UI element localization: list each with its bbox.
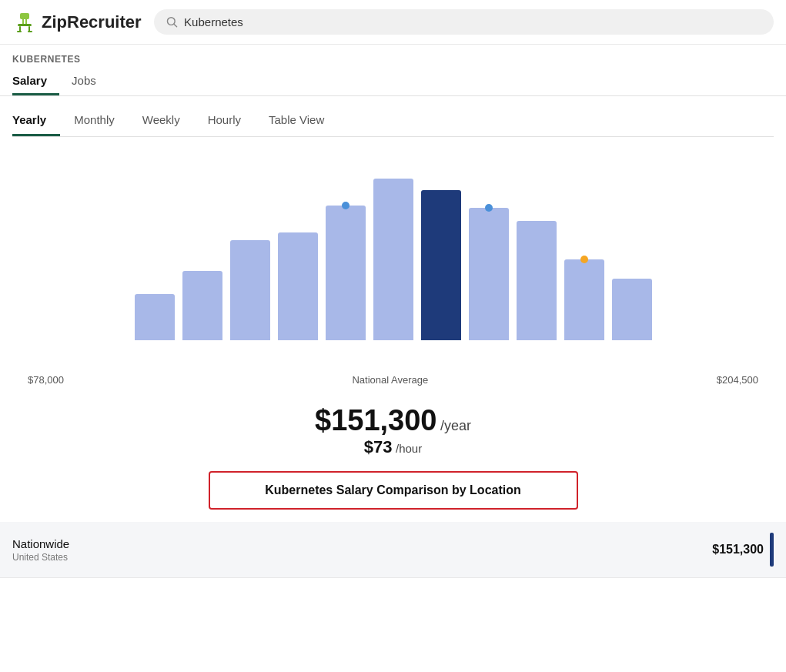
svg-line-9 — [174, 24, 176, 26]
bar-6 — [421, 190, 461, 340]
location-name: Nationwide — [12, 537, 712, 550]
bar-wrap-2 — [230, 240, 270, 340]
chart-national-label: National Average — [352, 374, 428, 386]
main-tab-jobs[interactable]: Jobs — [72, 68, 109, 95]
bar-9 — [564, 259, 604, 340]
svg-rect-2 — [25, 19, 27, 24]
svg-rect-6 — [17, 31, 22, 32]
bar-wrap-10 — [612, 279, 652, 340]
sub-tab-hourly[interactable]: Hourly — [194, 107, 255, 136]
salary-hourly: $73 — [364, 437, 393, 456]
chart-min-label: $78,000 — [28, 374, 64, 386]
bar-8 — [517, 221, 557, 340]
search-bar[interactable] — [154, 9, 774, 35]
location-info: Nationwide United States — [12, 537, 712, 563]
chart-area: $78,000 National Average $204,500 — [0, 137, 786, 392]
logo-icon — [12, 10, 37, 35]
sub-tab-yearly[interactable]: Yearly — [12, 107, 60, 136]
bar-wrap-0 — [135, 294, 175, 340]
bar-3 — [278, 232, 318, 340]
main-tabs: Salary Jobs — [0, 68, 786, 96]
bar-wrap-5 — [373, 179, 413, 340]
sub-tab-weekly[interactable]: Weekly — [129, 107, 194, 136]
location-bar-indicator — [770, 533, 774, 567]
bar-wrap-1 — [182, 271, 222, 340]
dot-7 — [485, 204, 493, 212]
location-row[interactable]: Nationwide United States $151,300 — [0, 522, 786, 578]
salary-main: $151,300 — [315, 404, 437, 436]
bar-0 — [135, 294, 175, 340]
header: ZipRecruiter — [0, 0, 786, 45]
comparison-button[interactable]: Kubernetes Salary Comparison by Location — [209, 471, 578, 510]
chart-container — [12, 155, 774, 371]
svg-rect-3 — [18, 24, 32, 26]
bar-1 — [182, 271, 222, 340]
svg-rect-1 — [22, 19, 24, 24]
breadcrumb: KUBERNETES — [0, 45, 786, 65]
comparison-btn-wrap: Kubernetes Salary Comparison by Location — [0, 471, 786, 510]
location-salary: $151,300 — [712, 543, 764, 557]
logo-text: ZipRecruiter — [42, 12, 142, 32]
salary-per-hour: /hour — [396, 442, 422, 455]
bar-wrap-8 — [517, 221, 557, 340]
bar-wrap-3 — [278, 232, 318, 340]
sub-tab-tableview[interactable]: Table View — [255, 107, 338, 136]
bar-wrap-6 — [421, 190, 461, 340]
svg-rect-5 — [28, 26, 30, 32]
location-sub: United States — [12, 552, 712, 563]
svg-rect-0 — [20, 13, 29, 19]
dot-4 — [342, 202, 350, 209]
logo: ZipRecruiter — [12, 10, 142, 35]
svg-rect-7 — [28, 31, 32, 32]
main-tab-salary[interactable]: Salary — [12, 68, 59, 95]
sub-tab-monthly[interactable]: Monthly — [60, 107, 129, 136]
bar-wrap-9 — [564, 259, 604, 340]
bar-4 — [326, 206, 366, 340]
bar-2 — [230, 240, 270, 340]
chart-axis-labels: $78,000 National Average $204,500 — [12, 371, 774, 386]
salary-display: $151,300 /year $73 /hour — [0, 404, 786, 457]
bar-wrap-4 — [326, 206, 366, 340]
chart-max-label: $204,500 — [717, 374, 758, 386]
bar-wrap-7 — [469, 208, 509, 340]
chart-bars — [12, 155, 774, 340]
dot-9 — [580, 256, 588, 263]
bar-5 — [373, 179, 413, 340]
salary-per-year: /year — [440, 418, 471, 433]
svg-rect-4 — [19, 26, 21, 32]
sub-tabs: Yearly Monthly Weekly Hourly Table View — [0, 96, 786, 136]
bar-10 — [612, 279, 652, 340]
search-icon — [166, 16, 179, 28]
search-input[interactable] — [184, 15, 761, 28]
bar-7 — [469, 208, 509, 340]
